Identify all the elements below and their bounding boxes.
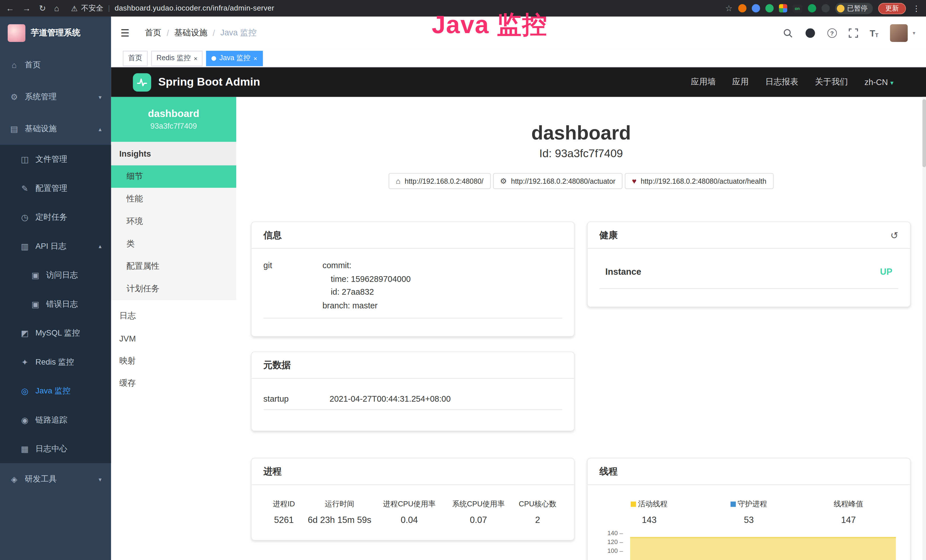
sidebar-item-tracing[interactable]: ◉ 链路追踪 bbox=[0, 406, 111, 434]
sba-item-config-props[interactable]: 配置属性 bbox=[111, 255, 236, 278]
sba-nav-journal[interactable]: 日志报表 bbox=[765, 77, 798, 87]
database-icon: ◩ bbox=[20, 328, 29, 338]
search-icon[interactable] bbox=[783, 28, 793, 38]
process-card-title: 进程 bbox=[251, 459, 574, 485]
extension-icon-2[interactable] bbox=[752, 4, 760, 12]
browser-menu-icon[interactable]: ⋮ bbox=[912, 4, 920, 12]
cards-grid: 信息 git commit: time: 1596289704000 id: 2… bbox=[251, 222, 911, 560]
bookmark-star-icon[interactable]: ☆ bbox=[725, 3, 732, 13]
sba-locale-select[interactable]: zh-CN▾ bbox=[864, 77, 893, 87]
gear-icon: ⚙ bbox=[9, 92, 19, 101]
sidebar-item-error-logs[interactable]: ▣ 错误日志 bbox=[0, 289, 111, 318]
link-actuator-url[interactable]: ⚙ http://192.168.0.2:48080/actuator bbox=[493, 173, 622, 189]
chevron-up-icon: ▴ bbox=[99, 126, 101, 132]
threads-card-body: 活动线程 143 守护进程 53 线程峰值 147 bbox=[587, 485, 910, 560]
sba-item-mappings[interactable]: 映射 bbox=[111, 350, 236, 372]
browser-home-icon[interactable]: ⌂ bbox=[54, 3, 59, 13]
url-divider: | bbox=[108, 4, 110, 12]
extension-icon-6[interactable] bbox=[808, 4, 816, 12]
sidebar-item-java-monitor[interactable]: ◎ Java 监控 bbox=[0, 376, 111, 405]
sidebar-item-file-management[interactable]: ◫ 文件管理 bbox=[0, 145, 111, 173]
warning-icon: ⚠ bbox=[71, 4, 77, 12]
sidebar-item-config-management[interactable]: ✎ 配置管理 bbox=[0, 174, 111, 203]
legend-live-threads: 活动线程 143 bbox=[599, 499, 699, 525]
avatar-caret-icon[interactable]: ▾ bbox=[912, 30, 915, 36]
breadcrumb-home[interactable]: 首页 bbox=[145, 28, 162, 38]
chrome-update-button[interactable]: 更新 bbox=[878, 3, 906, 14]
extension-icon-1[interactable] bbox=[738, 4, 746, 12]
sba-header: Spring Boot Admin 应用墙 应用 日志报表 关于我们 zh-CN… bbox=[111, 67, 926, 97]
sidebar-item-access-logs[interactable]: ▣ 访问日志 bbox=[0, 260, 111, 289]
info-card-title: 信息 bbox=[251, 222, 574, 249]
y-axis-tick: 120 bbox=[603, 539, 623, 545]
security-chip[interactable]: ⚠ 不安全 bbox=[71, 3, 103, 13]
breadcrumb-infrastructure[interactable]: 基础设施 bbox=[174, 28, 207, 38]
sidebar-item-mysql-monitor[interactable]: ◩ MySQL 监控 bbox=[0, 318, 111, 347]
extension-icon-on[interactable]: on bbox=[792, 5, 802, 12]
link-health-url[interactable]: ♥ http://192.168.0.2:48080/actuator/heal… bbox=[625, 173, 773, 189]
forward-icon[interactable]: → bbox=[23, 3, 31, 13]
sidebar-item-api-logs[interactable]: ▥ API 日志 ▴ bbox=[0, 232, 111, 260]
tab-label: Redis 监控 bbox=[157, 53, 191, 63]
edit-icon: ✎ bbox=[20, 183, 29, 193]
sba-item-caches[interactable]: 缓存 bbox=[111, 372, 236, 395]
scrollbar-thumb[interactable] bbox=[923, 99, 926, 167]
process-card: 进程 进程ID 5261 运行时间 6d 23h 15m 59s bbox=[251, 458, 575, 540]
github-icon[interactable] bbox=[805, 28, 816, 38]
sba-nav-about[interactable]: 关于我们 bbox=[815, 77, 848, 87]
threads-chart: 140 120 100 bbox=[599, 529, 898, 560]
sidebar-item-home[interactable]: ⌂ 首页 bbox=[0, 49, 111, 81]
annotation-text: Java 监控 bbox=[416, 8, 563, 41]
sba-item-performance[interactable]: 性能 bbox=[111, 188, 236, 210]
sidebar-item-label: 日志中心 bbox=[35, 443, 67, 454]
topbar-actions: ? TT ▾ bbox=[783, 24, 915, 42]
spring-boot-admin-logo-icon[interactable] bbox=[133, 73, 151, 91]
sba-item-jvm[interactable]: JVM bbox=[111, 327, 236, 350]
sba-nav-wallboard[interactable]: 应用墙 bbox=[691, 77, 716, 87]
tab-java-monitor[interactable]: Java 监控 × bbox=[206, 50, 263, 66]
history-icon[interactable]: ↺ bbox=[890, 230, 898, 241]
scrollbar-track bbox=[923, 97, 926, 560]
extension-icon-4[interactable] bbox=[779, 4, 787, 12]
redis-icon: ✦ bbox=[20, 357, 29, 366]
extension-icon-7[interactable] bbox=[821, 4, 829, 12]
info-value: commit: time: 1596289704000 id: 27aa832 … bbox=[322, 259, 411, 312]
sba-item-details[interactable]: 细节 bbox=[111, 165, 236, 188]
address-bar[interactable]: dashboard.yudao.iocoder.cn/infra/admin-s… bbox=[115, 4, 274, 12]
sidebar-item-label: 配置管理 bbox=[35, 183, 67, 194]
home-icon: ⌂ bbox=[396, 177, 400, 185]
sba-item-scheduled-tasks[interactable]: 计划任务 bbox=[111, 278, 236, 300]
profile-paused-chip[interactable]: 已暂停 bbox=[835, 3, 873, 14]
help-icon[interactable]: ? bbox=[827, 28, 837, 38]
sba-item-classes[interactable]: 类 bbox=[111, 233, 236, 255]
y-axis-tick: 100 bbox=[603, 548, 623, 554]
close-icon[interactable]: × bbox=[254, 55, 257, 62]
sidebar-item-scheduled-jobs[interactable]: ◷ 定时任务 bbox=[0, 203, 111, 232]
tab-redis-monitor[interactable]: Redis 监控 × bbox=[151, 50, 203, 66]
health-card-title: 健康 bbox=[599, 229, 618, 241]
instance-header[interactable]: dashboard 93a3fc7f7409 bbox=[111, 97, 236, 142]
fullscreen-icon[interactable] bbox=[849, 28, 858, 38]
sba-brand-title[interactable]: Spring Boot Admin bbox=[158, 76, 260, 89]
health-instance-row[interactable]: Instance UP bbox=[599, 266, 898, 289]
link-home-url[interactable]: ⌂ http://192.168.0.2:48080/ bbox=[389, 173, 490, 189]
sidebar-item-system-mgmt[interactable]: ⚙ 系统管理 ▾ bbox=[0, 81, 111, 113]
sidebar-item-log-center[interactable]: ▦ 日志中心 bbox=[0, 434, 111, 463]
user-avatar[interactable] bbox=[890, 24, 908, 42]
font-size-icon[interactable]: TT bbox=[870, 28, 878, 38]
reload-icon[interactable]: ↻ bbox=[39, 3, 46, 13]
hamburger-icon[interactable]: ☰ bbox=[120, 27, 130, 39]
extension-icon-3[interactable] bbox=[765, 4, 773, 12]
sba-nav-applications[interactable]: 应用 bbox=[732, 77, 749, 87]
sba-item-environment[interactable]: 环境 bbox=[111, 210, 236, 233]
tab-home[interactable]: 首页 bbox=[123, 50, 148, 66]
breadcrumb-separator: / bbox=[166, 28, 169, 38]
metadata-row: startup 2021-04-27T00:44:31.254+08:00 bbox=[263, 394, 562, 410]
sba-item-logfile[interactable]: 日志 bbox=[111, 305, 236, 327]
sidebar-item-redis-monitor[interactable]: ✦ Redis 监控 bbox=[0, 348, 111, 376]
chevron-down-icon: ▾ bbox=[99, 476, 101, 483]
close-icon[interactable]: × bbox=[194, 55, 197, 62]
back-icon[interactable]: ← bbox=[6, 3, 14, 13]
sidebar-item-infrastructure[interactable]: ▤ 基础设施 ▴ bbox=[0, 113, 111, 145]
sidebar-item-dev-tools[interactable]: ◈ 研发工具 ▾ bbox=[0, 463, 111, 495]
